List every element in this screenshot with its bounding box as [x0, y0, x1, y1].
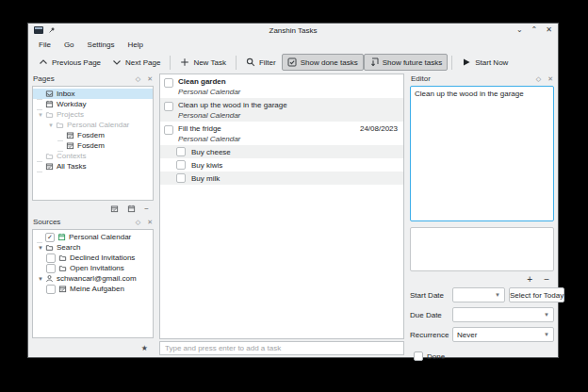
task-checkbox[interactable]: [164, 78, 173, 88]
maximize-button[interactable]: ⌃: [531, 26, 538, 34]
previous-page-label: Previous Page: [52, 58, 101, 67]
next-page-label: Next Page: [125, 58, 160, 67]
folder-icon: [45, 110, 54, 119]
new-task-label: New Task: [193, 58, 226, 67]
expander-icon[interactable]: ▼: [36, 110, 45, 120]
start-date-row: Start Date ▼ Select for Today: [410, 287, 554, 302]
task-title: Clean garden: [178, 77, 240, 86]
source-item-personal-calendar[interactable]: ✓ Personal Calendar: [33, 232, 153, 242]
titlebar[interactable]: Zanshin Tasks ⌄ ⌃ ✕: [28, 24, 558, 37]
add-attachment-button[interactable]: +: [527, 276, 532, 284]
toolbar-separator: [451, 56, 452, 70]
pages-close-button[interactable]: ✕: [147, 75, 153, 82]
tree-item-label: Declined Invitations: [70, 253, 135, 262]
source-checkbox[interactable]: [46, 264, 56, 273]
close-button[interactable]: ✕: [546, 26, 552, 34]
minimize-button[interactable]: ⌄: [516, 26, 523, 34]
show-future-tasks-toggle[interactable]: Show future tasks: [364, 54, 449, 71]
pages-item-contexts[interactable]: Contexts: [33, 151, 153, 161]
previous-page-button[interactable]: Previous Page: [33, 54, 106, 71]
menu-file[interactable]: File: [32, 39, 57, 51]
menu-help[interactable]: Help: [121, 39, 149, 51]
task-view: Clean garden Personal Calendar Clean up …: [157, 73, 406, 357]
add-context-button[interactable]: [127, 204, 136, 213]
editor-float-button[interactable]: ◇: [536, 75, 541, 82]
task-due-date: 24/08/2023: [360, 124, 400, 133]
sources-close-button[interactable]: ✕: [147, 219, 153, 225]
tree-item-label: Contexts: [57, 152, 87, 160]
add-project-button[interactable]: [110, 204, 119, 213]
pages-panel-header: Pages ◇ ✕: [28, 73, 157, 85]
task-checkbox[interactable]: [176, 160, 186, 170]
remove-attachment-button[interactable]: −: [544, 276, 549, 284]
future-tasks-icon: [369, 57, 379, 67]
new-task-button[interactable]: New Task: [174, 54, 232, 71]
tree-item-label: Open Invitations: [70, 264, 124, 272]
tree-item-label: All Tasks: [57, 162, 86, 171]
attachment-list[interactable]: [410, 227, 554, 271]
source-checkbox[interactable]: [46, 253, 56, 263]
task-description-editor[interactable]: Clean up the wood in the garage: [410, 86, 554, 221]
task-checkbox[interactable]: [176, 173, 186, 183]
task-title: Clean up the wood in the garage: [178, 101, 287, 109]
account-icon: [45, 274, 54, 283]
task-subtitle: Personal Calendar: [178, 111, 287, 120]
tree-item-label: Meine Aufgaben: [70, 285, 124, 293]
task-checkbox[interactable]: [164, 102, 173, 111]
task-title: Buy kiwis: [191, 161, 222, 170]
source-checkbox[interactable]: [46, 285, 56, 294]
pages-item-workday[interactable]: Workday: [33, 99, 153, 109]
task-checkbox[interactable]: [164, 125, 173, 135]
due-date-label: Due Date: [410, 311, 452, 319]
filter-button[interactable]: Filter: [240, 54, 282, 71]
source-checkbox-checked[interactable]: ✓: [45, 233, 55, 242]
due-date-combobox[interactable]: ▼: [452, 307, 554, 322]
pages-float-button[interactable]: ◇: [136, 75, 140, 82]
source-item-meine-aufgaben[interactable]: Meine Aufgaben: [33, 284, 153, 294]
expander-icon[interactable]: ▼: [36, 274, 45, 284]
expander-icon[interactable]: ▼: [46, 121, 56, 130]
task-row[interactable]: Buy cheese: [160, 145, 403, 158]
remove-page-button[interactable]: −: [144, 204, 149, 213]
menu-go[interactable]: Go: [57, 39, 81, 51]
recurrence-row: Recurrence Never ▼: [410, 327, 554, 342]
task-row[interactable]: Buy kiwis: [160, 158, 403, 172]
source-item-open-invitations[interactable]: Open Invitations: [33, 263, 153, 273]
recurrence-combobox[interactable]: Never ▼: [452, 327, 554, 342]
chevron-down-icon: [112, 57, 122, 67]
tree-item-label: Personal Calendar: [67, 121, 129, 129]
source-item-declined-invitations[interactable]: Declined Invitations: [33, 253, 153, 263]
pages-item-projects[interactable]: ▼ Projects: [33, 109, 153, 120]
task-row[interactable]: Clean up the wood in the garage Personal…: [160, 98, 403, 122]
source-item-gmail-account[interactable]: ▼ schwancarl@gmail.com: [33, 273, 153, 284]
calendar-icon: [57, 233, 66, 241]
start-now-button[interactable]: Start Now: [456, 54, 514, 71]
default-source-button[interactable]: ★: [141, 344, 148, 352]
done-checkbox[interactable]: [414, 351, 423, 361]
task-row[interactable]: Buy milk: [160, 172, 403, 185]
pages-item-inbox[interactable]: Inbox: [33, 89, 153, 99]
sources-float-button[interactable]: ◇: [136, 219, 140, 225]
tree-item-label: Fosdem: [77, 131, 105, 139]
select-for-today-button[interactable]: Select for Today: [509, 287, 564, 302]
toolbar-separator: [236, 56, 237, 70]
source-item-search[interactable]: ▼ Search: [33, 242, 153, 253]
show-done-tasks-toggle[interactable]: Show done tasks: [282, 54, 364, 71]
expander-icon[interactable]: ▼: [36, 243, 45, 253]
task-checkbox[interactable]: [176, 147, 186, 156]
pages-item-all-tasks[interactable]: All Tasks: [33, 161, 153, 172]
tree-item-label: Fosdem: [77, 141, 105, 150]
menu-settings[interactable]: Settings: [81, 39, 122, 51]
editor-close-button[interactable]: ✕: [547, 75, 553, 82]
tree-item-label: Search: [57, 243, 80, 252]
next-page-button[interactable]: Next Page: [106, 54, 166, 71]
task-row[interactable]: Clean garden Personal Calendar: [160, 74, 403, 98]
pages-item-fosdem-2[interactable]: Fosdem: [33, 140, 153, 151]
task-row[interactable]: Fill the fridge Personal Calendar 24/08/…: [160, 122, 403, 145]
start-date-combobox[interactable]: ▼: [452, 287, 505, 302]
due-date-row: Due Date ▼: [410, 307, 554, 322]
task-title: Buy milk: [191, 174, 220, 183]
add-task-input[interactable]: [159, 341, 404, 355]
pages-item-personal-calendar[interactable]: ▼ Personal Calendar: [33, 120, 153, 130]
pages-item-fosdem-1[interactable]: Fosdem: [33, 130, 153, 140]
